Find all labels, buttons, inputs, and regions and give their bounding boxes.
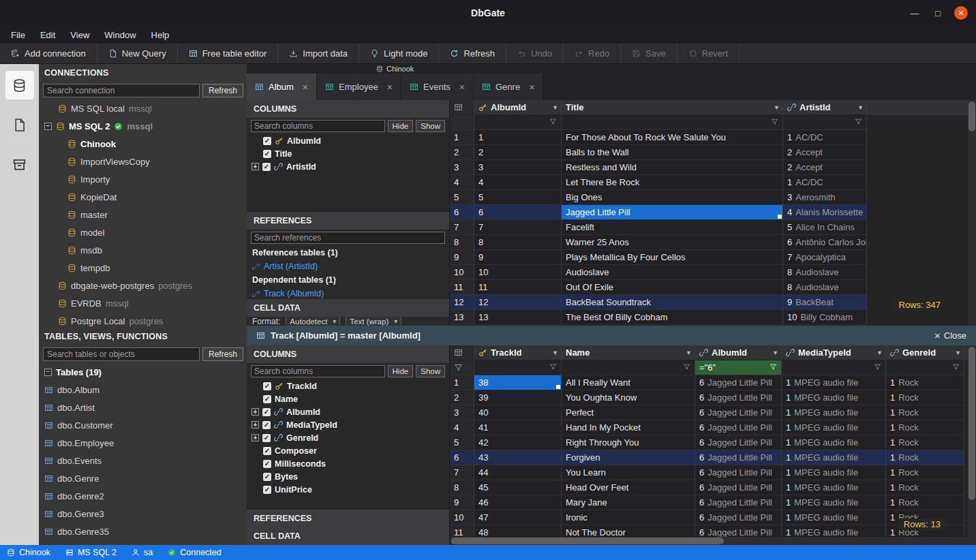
rail-history-button[interactable] <box>5 150 34 178</box>
filter-cell-title[interactable] <box>562 115 783 130</box>
table-item-dbo-genre35[interactable]: dbo.Genre35 <box>39 523 247 540</box>
connection-item-chinook[interactable]: Chinook <box>39 135 247 153</box>
sort-dropdown-icon[interactable]: ▾ <box>772 104 778 111</box>
funnel-icon[interactable] <box>874 362 881 373</box>
cell-name[interactable]: Mary Jane <box>562 495 695 510</box>
row-number[interactable]: 3 <box>450 160 474 175</box>
cell-albumid[interactable]: 6 <box>474 205 562 220</box>
sort-dropdown-icon[interactable]: ▾ <box>551 104 557 111</box>
tables-group[interactable]: −Tables (19) <box>39 363 247 381</box>
cell-mediatypeid[interactable]: 1MPEG audio file <box>782 420 886 435</box>
checkbox-checked-icon[interactable]: ✓ <box>263 395 271 403</box>
connection-item-master[interactable]: master <box>39 206 247 223</box>
minimize-button[interactable]: — <box>908 6 921 20</box>
cell-name[interactable]: Perfect <box>562 405 695 420</box>
tab-close-icon[interactable]: × <box>529 82 534 93</box>
toolbar-undo-button[interactable]: Undo <box>506 44 564 63</box>
cell-albumid[interactable]: 6Jagged Little Pill <box>695 480 782 495</box>
filter-cell-albumid[interactable]: ="6" <box>695 360 782 375</box>
cell-genreid[interactable]: 1Rock <box>886 435 964 450</box>
cell-artistid[interactable]: 10Billy Cobham <box>783 310 867 325</box>
toolbar-refresh-button[interactable]: Refresh <box>439 44 506 63</box>
cell-albumid[interactable]: 3 <box>474 160 562 175</box>
cell-albumid[interactable]: 2 <box>474 145 562 160</box>
checkbox-checked-icon[interactable]: ✓ <box>262 421 271 429</box>
checkbox-checked-icon[interactable]: ✓ <box>263 137 271 145</box>
column-header-mediatypeid[interactable]: MediaTypeId▾ <box>782 345 886 360</box>
sort-dropdown-icon[interactable]: ▾ <box>771 349 777 356</box>
row-number[interactable]: 10 <box>450 265 474 280</box>
row-number[interactable]: 11 <box>450 280 474 295</box>
cell-name[interactable]: You Oughta Know <box>562 390 695 405</box>
funnel-icon[interactable] <box>952 362 960 373</box>
row-number[interactable]: 4 <box>450 420 474 435</box>
column-toggle-bytes[interactable]: ✓Bytes <box>247 470 449 483</box>
expand-icon[interactable]: + <box>251 421 259 429</box>
status-chinook[interactable]: Chinook <box>7 548 50 557</box>
sort-dropdown-icon[interactable]: ▾ <box>551 349 557 356</box>
menu-item-help[interactable]: Help <box>144 29 177 42</box>
row-number[interactable]: 8 <box>450 480 474 495</box>
cell-albumid[interactable]: 6Jagged Little Pill <box>695 495 782 510</box>
checkbox-checked-icon[interactable]: ✓ <box>263 486 271 494</box>
connection-item-msdb[interactable]: msdb <box>39 241 247 259</box>
checkbox-checked-icon[interactable]: ✓ <box>262 408 271 416</box>
row-number[interactable]: 2 <box>450 145 474 160</box>
maximize-button[interactable]: □ <box>931 6 945 20</box>
column-header-trackid[interactable]: TrackId▾ <box>474 345 562 360</box>
table-item-dbo-genre[interactable]: dbo.Genre <box>39 469 247 487</box>
select-all-cell[interactable] <box>450 100 474 115</box>
cell-title[interactable]: Plays Metallica By Four Cellos <box>562 250 783 265</box>
cell-genreid[interactable]: 1Rock <box>886 420 964 435</box>
row-number[interactable]: 6 <box>450 450 474 465</box>
cell-genreid[interactable]: 1Rock <box>886 375 964 390</box>
row-number[interactable]: 4 <box>450 175 474 190</box>
connection-item-model[interactable]: model <box>39 223 247 241</box>
cell-name[interactable]: Head Over Feet <box>562 480 695 495</box>
table-item-dbo-genre2[interactable]: dbo.Genre2 <box>39 487 247 505</box>
expand-icon[interactable]: + <box>251 408 259 416</box>
column-toggle-title[interactable]: ✓Title <box>247 147 449 160</box>
column-toggle-artistid[interactable]: +✓ArtistId <box>247 160 449 173</box>
format-select[interactable]: Autodetect ▾ <box>286 317 340 326</box>
funnel-icon[interactable] <box>855 117 862 127</box>
column-header-genreid[interactable]: GenreId▾ <box>886 345 964 360</box>
cell-albumid[interactable]: 6Jagged Little Pill <box>695 405 782 420</box>
column-toggle-unitprice[interactable]: ✓UnitPrice <box>247 483 449 496</box>
wrap-select[interactable]: Text (wrap) ▾ <box>346 317 401 326</box>
cell-trackid[interactable]: 45 <box>474 480 562 495</box>
row-number[interactable]: 13 <box>450 310 474 325</box>
hide-button[interactable]: Hide <box>388 120 414 132</box>
collapse-icon[interactable]: − <box>44 123 52 130</box>
table-item-dbo-artist[interactable]: dbo.Artist <box>39 399 247 416</box>
checkbox-checked-icon[interactable]: ✓ <box>262 434 271 442</box>
connection-item-ms-sql-local[interactable]: MS SQL localmssql <box>39 99 247 117</box>
collapse-icon[interactable]: − <box>44 369 52 376</box>
cell-albumid[interactable]: 8 <box>474 235 562 250</box>
cell-artistid[interactable]: 2Accept <box>783 145 867 160</box>
cell-mediatypeid[interactable]: 1MPEG audio file <box>782 375 886 390</box>
column-toggle-milliseconds[interactable]: ✓Milliseconds <box>247 457 449 470</box>
funnel-icon[interactable] <box>769 362 777 373</box>
filter-cell-artistid[interactable] <box>783 115 867 130</box>
menu-item-window[interactable]: Window <box>97 29 142 42</box>
reference-link-track-albumid[interactable]: Track (AlbumId) <box>247 287 449 299</box>
tab-genre[interactable]: Genre× <box>474 74 543 100</box>
cell-title[interactable]: Warner 25 Anos <box>562 235 783 250</box>
table-item-dbo-genre3[interactable]: dbo.Genre3 <box>39 505 247 523</box>
cell-name[interactable]: Forgiven <box>562 450 695 465</box>
expand-icon[interactable]: + <box>251 434 259 441</box>
rail-files-button[interactable] <box>5 110 34 139</box>
cell-name[interactable]: You Learn <box>562 465 695 480</box>
cell-title[interactable]: The Best Of Billy Cobham <box>562 310 783 325</box>
table-item-dbo-customer[interactable]: dbo.Customer <box>39 416 247 434</box>
reference-link-artist-artistid[interactable]: Artist (ArtistId) <box>247 260 449 273</box>
cell-mediatypeid[interactable]: 1MPEG audio file <box>782 480 886 495</box>
checkbox-checked-icon[interactable]: ✓ <box>263 150 271 158</box>
scrollbar-thumb[interactable] <box>451 538 724 544</box>
row-number[interactable]: 10 <box>450 510 474 525</box>
toolbar-save-button[interactable]: Save <box>621 44 677 63</box>
cell-trackid[interactable]: 44 <box>474 465 562 480</box>
toolbar-revert-button[interactable]: Revert <box>677 44 739 63</box>
checkbox-checked-icon[interactable]: ✓ <box>262 163 271 171</box>
